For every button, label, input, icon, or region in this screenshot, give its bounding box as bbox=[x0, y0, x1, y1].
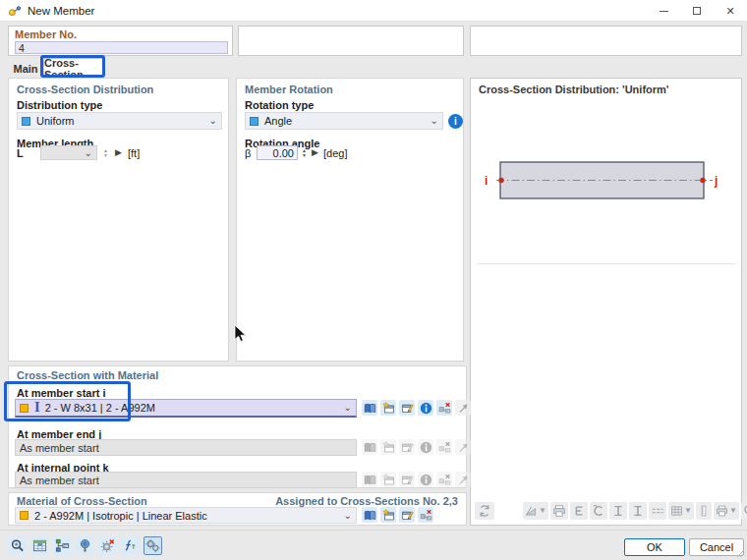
print-button[interactable]: ▼ bbox=[714, 502, 739, 520]
spinner-down-icon: ▼ bbox=[302, 153, 307, 158]
preview-divider bbox=[477, 263, 735, 264]
close-button[interactable]: ✕ bbox=[714, 0, 747, 22]
function-icon bbox=[123, 538, 138, 553]
section-library-button[interactable] bbox=[362, 400, 377, 416]
member-start-label: At member start i bbox=[17, 387, 105, 399]
preview-toolbar: ▼ ▼ ▼ bbox=[523, 502, 747, 520]
section-parts-button[interactable] bbox=[629, 502, 647, 520]
magnifier-icon bbox=[10, 538, 25, 553]
formula-button[interactable] bbox=[121, 536, 140, 555]
pick-cross-section-button[interactable] bbox=[455, 400, 471, 416]
rotation-type-dropdown[interactable]: Angle ⌄ bbox=[245, 112, 443, 130]
effective-lengths-button[interactable] bbox=[570, 502, 588, 520]
distribution-type-value: Uniform bbox=[36, 115, 75, 127]
rotation-type-label: Rotation type bbox=[245, 99, 314, 111]
new-window-icon bbox=[382, 402, 395, 415]
tab-main[interactable]: Main bbox=[10, 59, 41, 78]
model-view-button[interactable] bbox=[76, 536, 94, 555]
assign-delete-icon bbox=[438, 441, 451, 454]
ok-button[interactable]: OK bbox=[624, 538, 685, 556]
member-length-input: ⌄ bbox=[40, 145, 97, 160]
spinner-down-icon: ▼ bbox=[103, 153, 108, 158]
reset-settings-button[interactable] bbox=[98, 536, 117, 555]
edit-window-icon bbox=[401, 509, 414, 522]
member-end-value: As member start bbox=[20, 442, 99, 454]
distribution-type-dropdown[interactable]: Uniform ⌄ bbox=[17, 112, 222, 130]
chevron-down-icon: ⌄ bbox=[344, 511, 352, 521]
settings-button[interactable] bbox=[144, 536, 162, 555]
minimize-button[interactable] bbox=[647, 0, 680, 22]
values-table-button[interactable]: ▼ bbox=[668, 502, 694, 520]
section-library-button bbox=[362, 439, 377, 455]
tab-cross-section-label: Cross-Section bbox=[44, 57, 102, 81]
library-book-icon bbox=[364, 402, 376, 415]
edit-window-icon bbox=[401, 402, 414, 415]
edit-material-button[interactable] bbox=[399, 507, 415, 523]
member-diagram bbox=[471, 156, 741, 207]
refresh-icon bbox=[478, 504, 491, 518]
member-no-label: Member No. bbox=[15, 28, 77, 40]
rotation-info-button[interactable]: i bbox=[448, 114, 463, 129]
cross-section-info-button bbox=[418, 472, 433, 487]
new-material-button[interactable] bbox=[380, 507, 396, 523]
material-assigned-note: Assigned to Cross-Sections No. 2,3 bbox=[275, 495, 458, 507]
rotation-angle-unit: [deg] bbox=[323, 147, 347, 159]
isometric-view-icon bbox=[525, 504, 538, 518]
ibeam-icon bbox=[611, 504, 625, 518]
cross-section-info-button[interactable] bbox=[418, 400, 433, 416]
gears-icon bbox=[145, 538, 160, 553]
member-length-expand-icon[interactable]: ▶ bbox=[115, 148, 122, 157]
info-icon bbox=[420, 474, 432, 486]
edit-window-icon bbox=[401, 441, 414, 454]
member-length-symbol: L bbox=[17, 147, 24, 159]
window-controls: ✕ bbox=[647, 0, 747, 22]
letter-e-icon bbox=[572, 504, 586, 518]
centroid-button[interactable] bbox=[590, 502, 607, 520]
stress-points-button[interactable] bbox=[609, 502, 627, 520]
maximize-button[interactable] bbox=[680, 0, 714, 22]
titlebar[interactable]: New Member ✕ bbox=[0, 0, 747, 22]
printer-icon bbox=[552, 504, 566, 518]
info-icon bbox=[420, 402, 432, 415]
dimension-lines-button[interactable] bbox=[649, 502, 666, 520]
new-window-icon bbox=[382, 441, 395, 454]
rotation-angle-expand-icon[interactable]: ▶ bbox=[312, 148, 318, 157]
edit-cross-section-button bbox=[399, 472, 415, 487]
print-preview-button[interactable] bbox=[550, 502, 568, 520]
edit-cross-section-button[interactable] bbox=[399, 400, 415, 416]
letter-c-icon bbox=[592, 504, 605, 518]
material-panel: Material of Cross-Section Assigned to Cr… bbox=[8, 492, 467, 526]
chevron-down-icon: ⌄ bbox=[209, 116, 217, 126]
view-direction-button[interactable]: ▼ bbox=[523, 502, 548, 520]
tab-cross-section[interactable]: Cross-Section bbox=[43, 58, 103, 78]
new-cross-section-button[interactable] bbox=[380, 400, 396, 416]
material-dropdown[interactable]: 2 - A992M | Isotropic | Linear Elastic ⌄ bbox=[15, 507, 357, 524]
material-library-button[interactable] bbox=[362, 507, 377, 523]
maximize-icon bbox=[693, 7, 701, 15]
rotation-angle-input[interactable]: 0.00 bbox=[257, 145, 298, 160]
member-start-dropdown[interactable]: I 2 - W 8x31 | 2 - A992M ⌄ bbox=[15, 399, 357, 418]
dashes-icon bbox=[651, 504, 664, 518]
ruler-button[interactable] bbox=[696, 502, 712, 520]
cross-section-material-panel: Cross-Section with Material At member st… bbox=[8, 365, 467, 488]
assign-material-button[interactable] bbox=[418, 507, 433, 523]
regenerate-view-button[interactable] bbox=[475, 502, 494, 520]
pick-arrow-icon bbox=[457, 441, 470, 454]
resize-grip[interactable] bbox=[736, 549, 745, 558]
ibeam-section-icon: I bbox=[34, 402, 40, 414]
assign-delete-icon bbox=[420, 509, 432, 522]
member-end-dropdown: As member start bbox=[15, 439, 357, 456]
find-button[interactable] bbox=[8, 536, 27, 555]
table-settings-button[interactable] bbox=[30, 536, 49, 555]
member-no-input[interactable]: 4 bbox=[15, 41, 228, 54]
assign-cross-section-button[interactable] bbox=[436, 400, 452, 416]
internal-point-value: As member start bbox=[20, 475, 99, 486]
globe-plant-icon bbox=[78, 538, 92, 553]
reset-zoom-button[interactable] bbox=[741, 502, 747, 520]
material-section-title: Material of Cross-Section bbox=[17, 495, 147, 507]
library-book-icon bbox=[364, 441, 376, 454]
navigator-button[interactable] bbox=[53, 536, 72, 555]
rotation-angle-spinner[interactable]: ▲ ▼ bbox=[300, 145, 309, 160]
library-book-icon bbox=[364, 474, 376, 486]
member-start-actions bbox=[362, 400, 471, 416]
